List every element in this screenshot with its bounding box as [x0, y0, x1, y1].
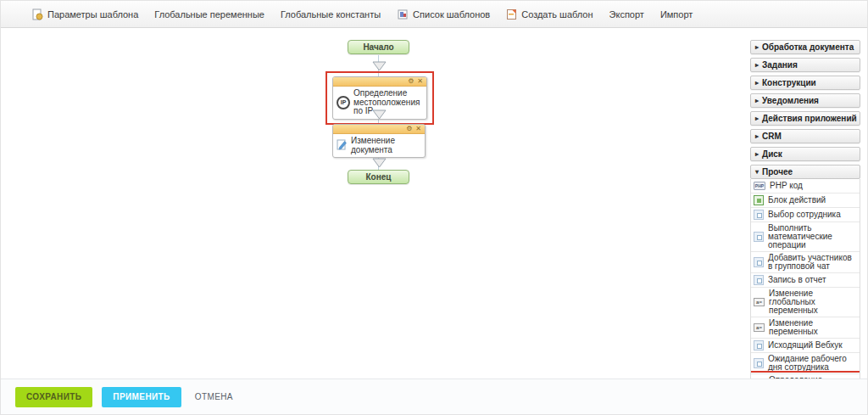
- create-template-icon: [506, 8, 517, 20]
- global-constants-button[interactable]: Глобальные константы: [281, 9, 381, 20]
- footer-bar: СОХРАНИТЬ ПРИМЕНИТЬ ОТМЕНА: [1, 379, 867, 414]
- template-parameters-button[interactable]: Параметры шаблона: [31, 8, 138, 20]
- section-label: Уведомления: [762, 96, 819, 105]
- create-template-button[interactable]: Создать шаблон: [506, 8, 593, 20]
- item-change-global-variables[interactable]: Изменение глобальных переменных: [751, 288, 860, 317]
- variables-icon: [754, 323, 765, 332]
- activity-icon: [754, 358, 764, 368]
- item-label: Выбор сотрудника: [768, 210, 857, 219]
- section-disk[interactable]: ▸ Диск: [750, 147, 860, 161]
- section-notifications[interactable]: ▸ Уведомления: [750, 93, 860, 108]
- variables-icon: [754, 298, 765, 306]
- edit-document-icon: [337, 139, 348, 153]
- item-label: Блок действий: [768, 196, 857, 205]
- global-variables-button[interactable]: Глобальные переменные: [154, 9, 264, 20]
- activity-icon: [754, 210, 764, 220]
- section-label: Прочее: [762, 167, 793, 177]
- php-icon: [754, 182, 765, 190]
- flow-end-label: Конец: [366, 172, 392, 182]
- section-app-actions[interactable]: ▸ Действия приложений: [750, 111, 860, 126]
- activity-icon: [754, 257, 764, 267]
- template-list-label: Список шаблонов: [413, 9, 490, 20]
- action-block-icon: [754, 195, 764, 205]
- section-crm[interactable]: ▸ CRM: [750, 129, 860, 143]
- item-label: Изменение переменных: [769, 319, 857, 336]
- close-icon[interactable]: ✕: [415, 126, 421, 132]
- item-php-code[interactable]: PHP код: [751, 179, 860, 193]
- template-parameters-label: Параметры шаблона: [47, 9, 138, 20]
- template-list-button[interactable]: Список шаблонов: [397, 8, 490, 20]
- chevron-right-icon: ▸: [755, 133, 759, 140]
- global-constants-label: Глобальные константы: [281, 9, 381, 20]
- activity-icon: [754, 232, 764, 242]
- flow-start-node: Начало: [348, 40, 409, 54]
- activity-list: PHP код Блок действий Выбор сотрудника В…: [750, 179, 860, 384]
- cancel-link[interactable]: ОТМЕНА: [195, 392, 233, 401]
- chevron-right-icon: ▸: [755, 151, 759, 158]
- settings-gear-icon[interactable]: ⚙: [406, 126, 412, 132]
- activity-icon: [754, 340, 764, 351]
- item-label: Исходящий Вебхук: [768, 341, 857, 350]
- activity-node-title: Изменение документа: [351, 137, 421, 154]
- activity-node-title: Определение местоположения по IP: [353, 89, 423, 116]
- activity-icon: [754, 275, 764, 285]
- activity-node-header: ⚙ ✕: [333, 125, 425, 134]
- item-change-variables[interactable]: Изменение переменных: [751, 317, 860, 339]
- item-label: Ожидание рабочего дня сотрудника: [768, 355, 857, 372]
- section-label: Диск: [762, 149, 782, 159]
- item-employee-select[interactable]: Выбор сотрудника: [751, 208, 860, 222]
- apply-button[interactable]: ПРИМЕНИТЬ: [102, 387, 181, 407]
- template-list-icon: [397, 8, 409, 20]
- section-other[interactable]: ▾ Прочее: [750, 165, 860, 179]
- item-action-block[interactable]: Блок действий: [751, 193, 860, 208]
- item-label: PHP код: [770, 182, 857, 190]
- export-button[interactable]: Экспорт: [609, 9, 644, 20]
- chevron-right-icon: ▸: [755, 44, 759, 51]
- chevron-right-icon: ▸: [755, 62, 759, 69]
- ip-location-icon: [337, 96, 350, 109]
- item-label: Выполнить математические операции: [768, 224, 857, 250]
- chevron-down-icon: ▾: [755, 169, 759, 176]
- item-label: Добавить участников в групповой чат: [768, 254, 857, 271]
- import-label: Импорт: [660, 9, 693, 20]
- item-label: Запись в отчет: [768, 276, 857, 284]
- section-label: Задания: [762, 60, 798, 70]
- item-add-chat-users[interactable]: Добавить участников в групповой чат: [751, 252, 860, 273]
- section-label: Действия приложений: [762, 114, 857, 123]
- create-template-label: Создать шаблон: [521, 9, 593, 20]
- section-document-processing[interactable]: ▸ Обработка документа: [750, 40, 860, 54]
- item-label: Изменение глобальных переменных: [769, 289, 857, 315]
- chevron-right-icon: ▸: [755, 98, 759, 104]
- workflow-canvas: Начало ⚙ ✕ Определение местоположения по…: [1, 29, 867, 379]
- section-tasks[interactable]: ▸ Задания: [750, 58, 860, 72]
- import-button[interactable]: Импорт: [660, 9, 693, 20]
- activity-node-body: Изменение документа: [333, 134, 425, 157]
- chevron-right-icon: ▸: [755, 115, 759, 122]
- flow-end-node: Конец: [348, 170, 409, 184]
- flow-start-label: Начало: [363, 42, 393, 52]
- section-constructions[interactable]: ▸ Конструкции: [750, 76, 860, 90]
- item-math-operations[interactable]: Выполнить математические операции: [751, 222, 860, 252]
- section-label: Обработка документа: [762, 42, 854, 52]
- section-label: Конструкции: [762, 78, 816, 87]
- item-outgoing-webhook[interactable]: Исходящий Вебхук: [751, 339, 860, 353]
- activity-node-edit-document[interactable]: ⚙ ✕ Изменение документа: [332, 124, 426, 158]
- section-label: CRM: [762, 132, 782, 141]
- item-wait-working-day[interactable]: Ожидание рабочего дня сотрудника: [751, 353, 860, 374]
- global-variables-label: Глобальные переменные: [154, 9, 264, 20]
- export-label: Экспорт: [609, 9, 644, 20]
- activity-palette: ▸ Обработка документа ▸ Задания ▸ Констр…: [750, 40, 860, 384]
- close-icon[interactable]: ✕: [417, 78, 423, 85]
- save-button[interactable]: СОХРАНИТЬ: [15, 387, 92, 407]
- chevron-right-icon: ▸: [755, 80, 759, 87]
- flow-arrow-down-icon: [372, 108, 387, 123]
- activity-node-header: ⚙ ✕: [333, 77, 426, 87]
- settings-gear-icon[interactable]: ⚙: [408, 78, 414, 85]
- item-report-entry[interactable]: Запись в отчет: [751, 273, 860, 288]
- template-settings-icon: [31, 8, 43, 20]
- top-toolbar: Параметры шаблона Глобальные переменные …: [1, 1, 867, 28]
